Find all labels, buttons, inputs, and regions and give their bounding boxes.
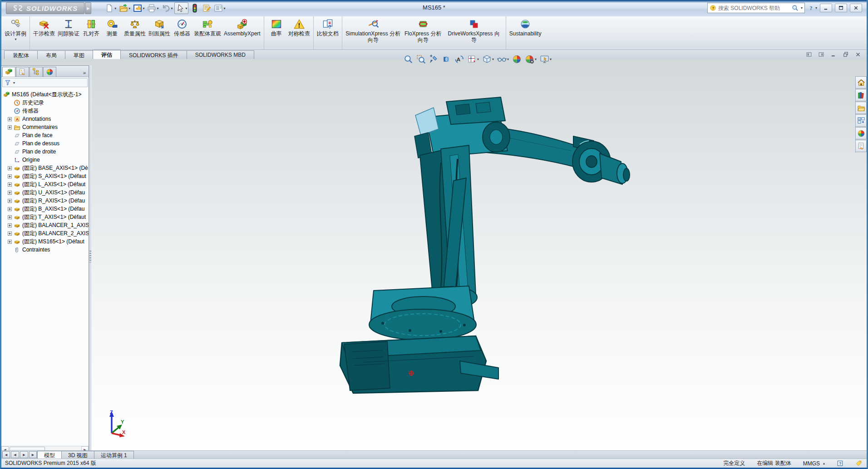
sustainability-button[interactable]: Sustainability: [508, 18, 543, 37]
last-tab-button[interactable]: ▶: [29, 451, 37, 458]
graphics-area[interactable]: ▾ ▾ ▾ ▾ ▾: [1, 59, 867, 451]
expand-icon[interactable]: [8, 125, 12, 129]
configurationmanager-tab[interactable]: [30, 67, 43, 77]
section-view-button[interactable]: [441, 54, 452, 65]
minimize-button[interactable]: [820, 4, 832, 12]
pane-right-button[interactable]: [816, 51, 826, 58]
tree-item-t-axis[interactable]: (固定) T_AXIS<1> (Défaut: [1, 213, 89, 221]
driveworksxpress-button[interactable]: DriveWorksXpress 向导: [444, 18, 504, 44]
next-tab-button[interactable]: ▶: [20, 451, 28, 458]
displaymanager-tab[interactable]: [43, 67, 56, 77]
first-tab-button[interactable]: ◀: [2, 451, 10, 458]
expand-icon[interactable]: [8, 166, 12, 170]
robot-model[interactable]: [319, 95, 637, 400]
tab-solidworks-mbd[interactable]: SOLIDWORKS MBD: [187, 50, 254, 59]
design-study-button[interactable]: 设计算例 ▾: [3, 18, 28, 42]
previous-view-button[interactable]: [428, 54, 439, 65]
clearance-verification-button[interactable]: 间隙验证: [56, 18, 81, 37]
doc-restore-button[interactable]: [840, 51, 851, 58]
expand-icon[interactable]: [8, 183, 12, 187]
expand-icon[interactable]: [8, 174, 12, 178]
model-tab[interactable]: 模型: [37, 451, 62, 459]
tree-item-u-axis[interactable]: (固定) U_AXIS<1> (Défau: [1, 188, 89, 197]
edit-appearance-button[interactable]: [511, 54, 523, 65]
tree-filter[interactable]: ▾: [2, 78, 88, 87]
tree-item-base-axis[interactable]: (固定) BASE_AXIS<1> (Dé: [1, 164, 89, 172]
tree-item-s-axis[interactable]: (固定) S_AXIS<1> (Défaut: [1, 172, 89, 180]
floxpress-button[interactable]: FloXpress 分析向导: [402, 18, 444, 44]
apply-scene-button[interactable]: ▾: [524, 54, 538, 65]
symmetry-check-button[interactable]: 对称检查: [287, 18, 311, 37]
options-button[interactable]: ▾: [213, 2, 226, 14]
tree-item-comments[interactable]: Commentaires: [1, 123, 89, 131]
expand-icon[interactable]: [8, 199, 12, 203]
search-icon[interactable]: [792, 5, 799, 11]
hide-show-items-button[interactable]: ▾: [496, 54, 510, 65]
view-settings-button[interactable]: ▾: [539, 54, 552, 65]
tree-item-front-plane[interactable]: Plan de face: [1, 131, 89, 139]
assembly-visualization-button[interactable]: 装配体直观: [192, 18, 222, 37]
previous-tab-button[interactable]: ◀: [11, 451, 19, 458]
new-document-button[interactable]: ▾: [104, 2, 117, 14]
tree-item-l-axis[interactable]: (固定) L_AXIS<1> (Défaut: [1, 180, 89, 188]
search-options-caret[interactable]: ▾: [801, 6, 803, 10]
tree-item-r-axis[interactable]: (固定) R_AXIS<1> (Défau: [1, 197, 89, 205]
interference-detection-button[interactable]: 干涉检查: [32, 18, 56, 37]
units-caret[interactable]: ▴: [823, 461, 825, 465]
expand-icon[interactable]: [8, 223, 12, 227]
resources-home-button[interactable]: [856, 76, 867, 89]
tree-item-history[interactable]: 历史记录: [1, 99, 89, 107]
view-palette-button[interactable]: [856, 114, 867, 127]
propertymanager-tab[interactable]: [16, 67, 29, 77]
tab-solidworks-addins[interactable]: SOLIDWORKS 插件: [120, 50, 187, 59]
undo-button[interactable]: ▾: [160, 2, 173, 14]
sensor-button[interactable]: 传感器: [172, 18, 192, 37]
panel-overflow-button[interactable]: »: [81, 70, 88, 77]
appearances-scenes-button[interactable]: [856, 127, 867, 139]
tab-sketch[interactable]: 草图: [65, 50, 93, 59]
rebuild-button[interactable]: [189, 2, 200, 14]
measure-button[interactable]: 测量: [102, 18, 123, 37]
design-library-button[interactable]: [856, 89, 867, 101]
panel-splitter[interactable]: [89, 65, 92, 454]
help-button[interactable]: ▾: [808, 5, 817, 12]
filter-caret[interactable]: ▾: [13, 81, 15, 85]
splitter-grip[interactable]: [89, 251, 91, 262]
search-input[interactable]: [718, 5, 790, 11]
file-explorer-button[interactable]: [856, 102, 867, 114]
tree-item-ms165[interactable]: (固定) MS165<1> (Défaut: [1, 237, 89, 246]
curvature-button[interactable]: 曲率: [266, 18, 287, 37]
print-button[interactable]: ▾: [146, 2, 159, 14]
expand-icon[interactable]: [8, 215, 12, 219]
tree-item-balancer-2[interactable]: (固定) BALANCER_2_AXIS: [1, 229, 89, 237]
tree-item-annotations[interactable]: Annotations: [1, 115, 89, 123]
annotation-view-button[interactable]: [454, 54, 465, 65]
display-style-button[interactable]: ▾: [481, 54, 495, 65]
expand-icon[interactable]: [8, 240, 12, 244]
view-orientation-button[interactable]: ▾: [466, 54, 480, 65]
close-button[interactable]: [850, 4, 862, 12]
file-properties-button[interactable]: [201, 2, 212, 14]
tree-item-sensors[interactable]: 传感器: [1, 107, 89, 115]
featuremanager-tab[interactable]: [2, 67, 15, 77]
maximize-button[interactable]: [835, 4, 847, 12]
tree-item-root[interactable]: MS165 (Défaut<显示状态-1>: [1, 90, 89, 99]
tree-item-right-plane[interactable]: Plan de droite: [1, 148, 89, 156]
zoom-fit-button[interactable]: [403, 54, 414, 65]
select-button[interactable]: ▾: [174, 2, 188, 14]
publish-edrawings-button[interactable]: ▾: [132, 2, 145, 14]
pane-left-button[interactable]: [804, 51, 814, 58]
doc-minimize-button[interactable]: [828, 51, 838, 58]
tags-icon[interactable]: [855, 460, 862, 467]
menu-expand-button[interactable]: ▶: [85, 2, 91, 14]
assemblyxpert-button[interactable]: AssemblyXpert: [222, 18, 262, 37]
expand-icon[interactable]: [8, 232, 12, 236]
open-button[interactable]: ▾: [118, 2, 131, 14]
units-selector[interactable]: MMGS: [803, 460, 820, 467]
expand-icon[interactable]: [8, 191, 12, 195]
tab-assembly[interactable]: 装配体: [4, 50, 38, 59]
doc-close-button[interactable]: [853, 51, 863, 58]
zoom-area-button[interactable]: [415, 54, 427, 65]
tab-evaluate[interactable]: 评估: [93, 50, 121, 59]
tree-item-top-plane[interactable]: Plan de dessus: [1, 139, 89, 148]
